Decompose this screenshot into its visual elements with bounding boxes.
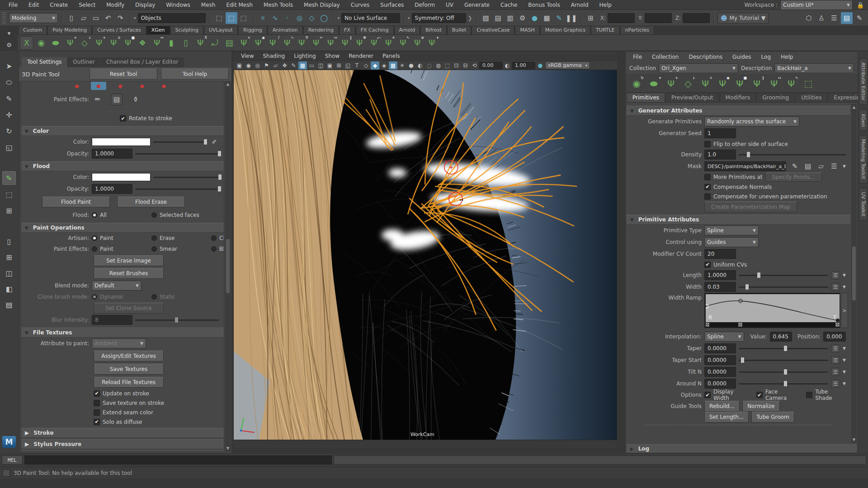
viewport-menu-view[interactable]: View [237,52,258,60]
menu-bonus-tools[interactable]: Bonus Tools [523,1,565,9]
snap-to-curve-icon[interactable]: ∿ [269,12,281,24]
expression-editor-icon[interactable]: ☰ [828,160,840,172]
camera-attributes-icon[interactable]: ◎ [253,61,262,70]
image-plane-icon[interactable]: ▱ [271,61,280,70]
generator-attributes-header[interactable]: ▼ Generator Attributes [627,106,850,116]
ipr-render-icon[interactable]: ▥ [505,12,516,24]
scroll-up-icon[interactable]: ▲ [853,104,856,110]
bookmark-icon[interactable]: ⚑ [262,61,271,70]
flood-color-swatch[interactable] [92,173,151,181]
scroll-up-icon[interactable]: ▲ [226,81,230,87]
render-current-frame-icon[interactable]: ▤ [492,12,504,24]
length-slider[interactable] [739,271,828,279]
tube-shade-checkbox[interactable] [806,392,812,398]
pfx-brush-icon[interactable]: ✏ [92,94,104,105]
filetex-update-on-stroke-checkbox[interactable]: ✔ [94,390,100,397]
pfx-template-icon[interactable]: ▤ [111,94,123,105]
generate-primitives-dropdown[interactable]: Randomly across the surface▼ [704,117,799,127]
bake-guide-icon[interactable]: ⤾ [208,36,222,50]
menu-help[interactable]: Help [594,1,617,9]
pfx-magic-hat-icon[interactable]: ⚱ [130,94,142,105]
rebuild-guides-button[interactable]: Rebuild... [704,401,740,412]
taper-slider[interactable] [739,344,828,352]
interpolation-dropdown[interactable]: Spline▼ [704,332,744,342]
xgen-menu-descriptions[interactable]: Descriptions [684,53,727,61]
groom-flood-icon[interactable]: Ψ▾ [425,36,439,50]
primitive-attributes-header[interactable]: ▼ Primitive Attributes [627,215,850,225]
xgen-menu-help[interactable]: Help [776,53,797,61]
account-dropdown[interactable]: ☻ My Tutorial ▼ [717,13,769,23]
mask-field[interactable]: DESC}/paintmaps/BackHair_a_Density_mask [704,161,786,171]
xgen-tab-modifiers[interactable]: Modifiers [720,93,756,102]
flood-option-all[interactable] [92,212,97,218]
expression-icon[interactable]: ☰ [831,271,840,279]
eyedropper-icon[interactable]: ✐ [209,137,219,147]
viewport-menu-renderer[interactable]: Renderer [344,52,377,60]
smooth-shade-icon[interactable]: ◆ [371,61,379,70]
shelf-tab-custom[interactable]: Custom [18,26,47,34]
shadows-icon[interactable]: ● [407,61,415,70]
xgen-menu-guides[interactable]: Guides [728,53,756,61]
paint-select-tool-icon[interactable]: ✎ [2,92,16,105]
expression-icon[interactable]: ☰ [831,283,840,291]
shelf-tab-curves-surfaces[interactable]: Curves / Surfaces [92,26,146,34]
menu-select[interactable]: Select [74,1,100,9]
viewport-menu-show[interactable]: Show [321,52,344,60]
gamma-icon[interactable]: ◐ [503,61,511,70]
xgen-menu-log[interactable]: Log [757,53,775,61]
exposure-field[interactable]: 0.00 [479,62,503,69]
xgen-scrollbar[interactable]: ▲ ▼ [851,104,857,443]
flip-surface-checkbox[interactable] [704,141,711,147]
shelf-tab-fx[interactable]: FX [339,26,355,34]
blend-mode-dropdown[interactable]: Default▼ [92,281,142,291]
xray-joints-icon[interactable]: ⊟ [461,61,470,70]
assign-edit-textures-button[interactable]: Assign/Edit Textures [94,351,164,361]
shelf-tab-rigging[interactable]: Rigging [238,26,267,34]
single-pane-layout-icon[interactable]: ▯ [2,235,16,248]
attribute-to-paint-dropdown[interactable]: Ambient▼ [92,338,146,348]
chevron-down-icon[interactable]: ▼ [843,285,846,289]
guide-width-icon[interactable]: Ψ↔ [767,76,781,91]
grid-icon[interactable]: ▦ [298,61,307,70]
guide-density-icon[interactable]: ❖ [136,36,149,50]
face-camera-checkbox[interactable]: ✔ [756,392,763,398]
expression-icon[interactable]: ☰ [831,356,840,364]
groom-description-icon[interactable]: ▤ [222,36,236,50]
multisample-icon[interactable]: ◍ [434,61,443,70]
set-clone-source-button[interactable]: Set Clone Source [94,303,164,314]
use-all-lights-icon[interactable]: ☀ [398,61,406,70]
flood-erase-button[interactable]: Flood Erase [117,197,185,207]
pick-walk-icon[interactable]: ⊞ [2,204,16,217]
y-coord-field[interactable] [645,13,672,23]
artisan-erase[interactable] [151,235,157,241]
select-by-hierarchy-icon[interactable]: ⬚ [213,12,225,24]
groom-part-icon[interactable]: Ψ∥ [338,36,352,50]
resolution-gate-icon[interactable]: ◫ [316,61,325,70]
groom-cut-icon[interactable]: Ψ✂ [309,36,323,50]
2d-pan-zoom-icon[interactable]: ✥ [280,61,289,70]
description-dropdown[interactable]: BackHair_a▼ [774,63,854,73]
make-live-icon[interactable]: ◯ [318,12,330,24]
reset-brushes-button[interactable]: Reset Brushes [94,268,164,279]
select-by-component-icon[interactable]: ⬚ [238,12,250,24]
menu-mesh-tools[interactable]: Mesh Tools [259,1,298,9]
load-map-icon[interactable]: ▱ [815,160,827,172]
textured-icon[interactable]: ▩ [389,61,397,70]
screen-space-ao-icon[interactable]: ◐ [416,61,425,70]
shelf-tab-rendering[interactable]: Rendering [303,26,339,34]
log-section-header[interactable]: ▶ Log [627,444,857,453]
groom-place-icon[interactable]: Ψ◉ [251,36,265,50]
ramp-expand-button[interactable]: > [841,293,848,328]
shelf-tab-poly-modeling[interactable]: Poly Modeling [47,26,92,34]
save-textures-button[interactable]: Save Textures [94,364,164,375]
shelf-tab-nparticles[interactable]: nParticles [620,26,654,34]
tab-uv-toolkit[interactable]: UV Toolkit [859,188,868,221]
expand-arrow-icon[interactable]: ❯ [468,15,472,21]
shelf-tab-animation[interactable]: Animation [268,26,303,34]
move-tool-icon[interactable]: ✛ [2,108,16,122]
exposure-icon[interactable]: ⟲ [470,61,479,70]
xgen-menu-collection[interactable]: Collection [647,53,683,61]
paint-effects-panel-icon[interactable]: ✎ [553,12,565,24]
xgen-tab-utilities[interactable]: Utilities [795,93,827,102]
reset-tool-button[interactable]: Reset Tool [90,69,157,80]
